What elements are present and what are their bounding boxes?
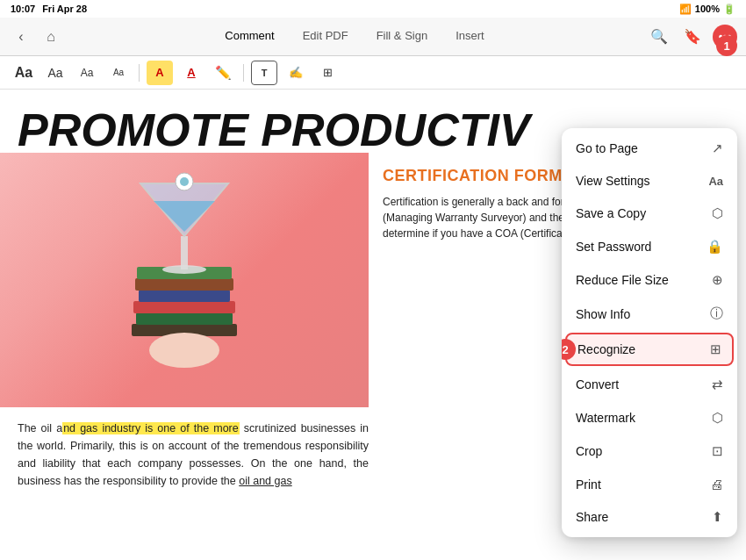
toolbar-tabs: Comment Edit PDF Fill & Sign Insert [70,24,639,49]
image-btn[interactable]: ⊞ [314,61,341,85]
save-copy-icon: ⬡ [712,205,723,221]
underline-section: oil and gas [239,475,291,487]
info-icon: ⓘ [710,305,723,322]
status-left: 10:07 Fri Apr 28 [11,4,87,14]
dropdown-menu: Go to Page ↗ View Settings Aa Save a Cop… [562,128,737,537]
svg-rect-7 [181,236,188,269]
svg-point-12 [180,177,189,186]
menu-item-reduce-file-size[interactable]: Reduce File Size ⊕ [562,263,737,297]
svg-rect-4 [135,278,233,291]
menu-item-go-to-page[interactable]: Go to Page ↗ [562,132,737,165]
format-toolbar: Aa Aa Aa Aa A A ✏️ T ✍ ⊞ [0,56,746,90]
highlighted-text: nd gas industry is one of the more [62,422,240,434]
convert-icon: ⇄ [712,377,723,392]
menu-item-print[interactable]: Print 🖨 [562,468,737,500]
status-bar: 10:07 Fri Apr 28 📶 100% 🔋 [0,0,746,18]
reduce-icon: ⊕ [712,272,723,288]
badge-1: 1 [716,35,737,56]
menu-label-watermark: Watermark [576,411,635,425]
menu-label-go-to-page: Go to Page [576,141,638,155]
tab-comment[interactable]: Comment [211,24,288,49]
menu-item-convert[interactable]: Convert ⇄ [562,368,737,401]
home-button[interactable]: ⌂ [39,25,63,49]
svg-rect-2 [133,301,235,313]
recognize-icon: ⊞ [710,341,721,357]
content-area: PROMOTE PRODUCTIV [0,90,746,560]
wifi-icon: 📶 [679,4,692,15]
print-icon: 🖨 [710,477,723,492]
battery-icon: 🔋 [723,4,735,15]
menu-item-view-settings[interactable]: View Settings Aa [562,165,737,197]
highlight-btn[interactable]: A [147,61,173,85]
watermark-icon: ⬡ [712,410,723,426]
menu-label-set-password: Set Password [576,240,651,254]
menu-item-set-password[interactable]: Set Password 🔒 [562,230,737,263]
menu-label-view-settings: View Settings [576,174,650,188]
svg-marker-10 [154,201,215,232]
lock-icon: 🔒 [707,239,723,255]
signature-btn[interactable]: ✍ [283,61,309,85]
menu-label-recognize: Recognize [577,342,635,356]
time: 10:07 [11,4,35,14]
svg-rect-1 [136,312,233,325]
menu-item-crop[interactable]: Crop ⊡ [562,434,737,468]
menu-item-watermark[interactable]: Watermark ⬡ [562,401,737,434]
text-size-small-btn[interactable]: Aa [74,61,100,85]
separator-2 [243,64,244,82]
body-text: The oil and gas industry is one of the m… [18,420,369,490]
search-button[interactable]: 🔍 [646,24,672,50]
menu-label-show-info: Show Info [576,307,630,321]
crop-icon: ⊡ [712,443,723,459]
menu-label-convert: Convert [576,377,619,391]
battery-level: 100% [695,4,720,14]
menu-label-share: Share [576,510,608,524]
menu-item-recognize[interactable]: Recognize ⊞ [565,333,734,366]
textbox-btn[interactable]: T [251,61,277,85]
nav-buttons: ‹ ⌂ [9,25,63,49]
tab-edit-pdf[interactable]: Edit PDF [289,24,362,49]
menu-item-share[interactable]: Share ⬆ [562,500,737,534]
pdf-hero-image [0,153,369,407]
bookmark-button[interactable]: 🔖 [679,24,706,50]
svg-point-6 [149,333,219,368]
svg-rect-3 [139,290,230,302]
text-size-xs-btn[interactable]: Aa [105,61,132,85]
text-size-large-btn[interactable]: Aa [11,61,37,85]
text-size-med-btn[interactable]: Aa [42,61,68,85]
menu-item-show-info[interactable]: Show Info ⓘ [562,297,737,331]
view-settings-icon: Aa [708,175,723,188]
status-right: 📶 100% 🔋 [679,4,735,15]
svg-point-8 [162,265,206,274]
menu-item-save-a-copy[interactable]: Save a Copy ⬡ [562,197,737,230]
menu-label-reduce-file-size: Reduce File Size [576,273,669,287]
back-button[interactable]: ‹ [9,25,33,49]
menu-label-save-a-copy: Save a Copy [576,206,646,220]
underline-btn[interactable]: A [178,61,204,85]
cocktail-illustration [105,166,263,394]
separator-1 [139,64,140,82]
menu-label-print: Print [576,477,601,492]
pencil-btn[interactable]: ✏️ [210,61,236,85]
share-icon: ⬆ [712,509,723,525]
go-to-page-icon: ↗ [712,140,723,156]
date: Fri Apr 28 [42,4,87,14]
tab-insert[interactable]: Insert [441,24,499,49]
menu-label-crop: Crop [576,444,602,458]
main-toolbar: ‹ ⌂ Comment Edit PDF Fill & Sign Insert … [0,18,746,56]
tab-fill-sign[interactable]: Fill & Sign [362,24,442,49]
menu-item-recognize-wrapper: 2 Recognize ⊞ [562,333,737,366]
